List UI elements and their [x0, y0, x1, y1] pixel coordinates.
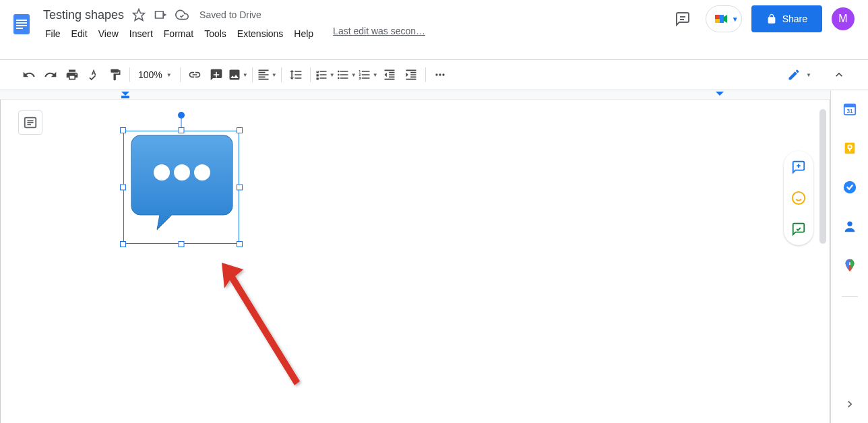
- decrease-indent-button[interactable]: [379, 65, 400, 85]
- last-edit-link[interactable]: Last edit was secon…: [333, 26, 425, 42]
- share-button[interactable]: Share: [751, 5, 822, 32]
- suggest-floating[interactable]: [790, 221, 807, 237]
- document-title[interactable]: Testing shapes: [40, 7, 127, 24]
- svg-rect-32: [844, 104, 855, 108]
- meet-button[interactable]: ▼: [706, 5, 742, 32]
- separator: [425, 67, 426, 82]
- resize-handle-tm[interactable]: [179, 127, 185, 133]
- show-side-panel-button[interactable]: [840, 395, 859, 414]
- document-outline-button[interactable]: [18, 110, 42, 135]
- chevron-down-icon: ▼: [351, 72, 356, 78]
- resize-handle-br[interactable]: [237, 241, 243, 247]
- emoji-floating[interactable]: [790, 190, 807, 206]
- chevron-down-icon: ▼: [732, 15, 739, 23]
- star-icon[interactable]: [129, 5, 148, 24]
- left-indent-marker[interactable]: [121, 92, 129, 100]
- checklist-button[interactable]: ▼: [315, 65, 335, 85]
- svg-marker-25: [222, 263, 300, 385]
- more-tools-button[interactable]: [430, 65, 450, 85]
- title-area: Testing shapes Saved to Drive File Edit …: [40, 5, 669, 42]
- chevron-down-icon: ▼: [243, 72, 248, 78]
- toolbar: 100%▼ ▼ ▼ ▼ ▼ ▼ ▼: [0, 59, 868, 90]
- comment-history-icon[interactable]: [669, 5, 696, 32]
- menubar: File Edit View Insert Format Tools Exten…: [40, 26, 669, 42]
- document-area[interactable]: [0, 90, 830, 423]
- print-button[interactable]: [62, 65, 82, 85]
- paint-format-button[interactable]: [105, 65, 125, 85]
- menu-format[interactable]: Format: [159, 26, 198, 42]
- resize-handle-mr[interactable]: [237, 185, 243, 191]
- svg-rect-0: [13, 14, 30, 34]
- resize-handle-tl[interactable]: [120, 127, 126, 133]
- svg-point-28: [793, 192, 805, 204]
- scrollbar[interactable]: [819, 109, 826, 244]
- menu-edit[interactable]: Edit: [67, 26, 92, 42]
- resize-handle-bm[interactable]: [179, 241, 185, 247]
- undo-button[interactable]: [19, 65, 39, 85]
- separator: [252, 67, 253, 82]
- header: Testing shapes Saved to Drive File Edit …: [0, 0, 868, 59]
- svg-marker-15: [121, 92, 129, 96]
- selected-shape[interactable]: [123, 131, 239, 244]
- cloud-icon[interactable]: [173, 5, 191, 24]
- floating-toolbar: [784, 151, 813, 245]
- redo-button[interactable]: [40, 65, 61, 85]
- menu-file[interactable]: File: [40, 26, 65, 42]
- chevron-down-icon: ▼: [330, 72, 335, 78]
- svg-marker-5: [133, 9, 145, 21]
- svg-rect-11: [720, 15, 724, 23]
- tasks-app-icon[interactable]: [842, 179, 858, 195]
- rotation-handle[interactable]: [178, 112, 185, 119]
- insert-link-button[interactable]: [185, 65, 205, 85]
- bullet-list-button[interactable]: ▼: [336, 65, 356, 85]
- numbered-list-button[interactable]: ▼: [358, 65, 378, 85]
- maps-app-icon[interactable]: [842, 257, 858, 273]
- svg-rect-36: [849, 149, 850, 152]
- keep-app-icon[interactable]: [842, 140, 858, 156]
- avatar[interactable]: M: [832, 7, 855, 30]
- content-area: 31: [0, 90, 868, 423]
- menu-view[interactable]: View: [94, 26, 123, 42]
- svg-rect-9: [715, 15, 720, 19]
- resize-handle-ml[interactable]: [120, 185, 126, 191]
- menu-insert[interactable]: Insert: [125, 26, 158, 42]
- spellcheck-button[interactable]: [84, 65, 104, 85]
- menu-extensions[interactable]: Extensions: [232, 26, 288, 42]
- resize-handle-tr[interactable]: [237, 127, 243, 133]
- separator: [281, 67, 282, 82]
- resize-handle-bl[interactable]: [120, 241, 126, 247]
- chevron-down-icon: ▼: [373, 72, 378, 78]
- align-button[interactable]: ▼: [257, 65, 277, 85]
- ruler[interactable]: [0, 90, 830, 100]
- increase-indent-button[interactable]: [401, 65, 421, 85]
- separator: [129, 67, 130, 82]
- zoom-dropdown[interactable]: 100%▼: [134, 69, 176, 80]
- menu-tools[interactable]: Tools: [199, 26, 231, 42]
- canvas[interactable]: [0, 100, 830, 423]
- svg-rect-10: [715, 19, 720, 23]
- share-label: Share: [782, 13, 807, 24]
- side-divider: [842, 296, 858, 297]
- pencil-icon: [787, 68, 801, 82]
- svg-point-22: [154, 164, 170, 181]
- svg-rect-16: [121, 96, 129, 98]
- insert-image-button[interactable]: ▼: [228, 65, 248, 85]
- menu-help[interactable]: Help: [289, 26, 318, 42]
- docs-logo[interactable]: [8, 5, 35, 42]
- contacts-app-icon[interactable]: [842, 218, 858, 234]
- editing-mode-button[interactable]: ▼: [780, 65, 818, 84]
- svg-point-14: [442, 73, 444, 75]
- collapse-toolbar-button[interactable]: [829, 65, 849, 85]
- svg-point-38: [847, 222, 852, 226]
- add-comment-floating[interactable]: [790, 159, 807, 175]
- svg-point-24: [194, 164, 210, 181]
- meet-icon: [713, 11, 729, 27]
- chat-bubble-shape[interactable]: [130, 132, 234, 233]
- move-icon[interactable]: [151, 5, 170, 24]
- calendar-app-icon[interactable]: 31: [842, 101, 858, 117]
- line-spacing-button[interactable]: [286, 65, 306, 85]
- separator: [180, 67, 181, 82]
- right-indent-marker[interactable]: [716, 92, 724, 100]
- add-comment-button[interactable]: [206, 65, 226, 85]
- header-right: ▼ Share M: [669, 5, 860, 32]
